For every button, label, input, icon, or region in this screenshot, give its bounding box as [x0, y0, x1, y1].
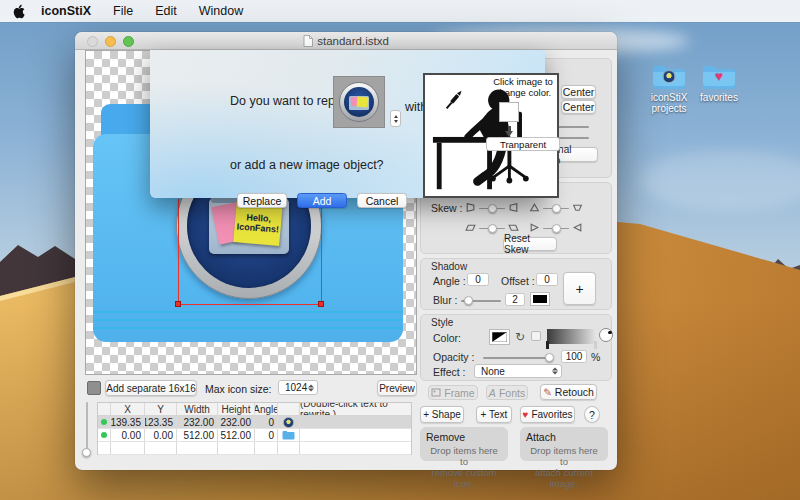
menu-item-window[interactable]: Window	[188, 4, 254, 18]
replace-dialog-sheet: Do you want to replace with	[150, 50, 545, 198]
col-x[interactable]: X	[111, 403, 145, 415]
col-angle[interactable]: Angle	[255, 403, 278, 415]
opacity-field[interactable]: 100	[561, 350, 587, 363]
col-width[interactable]: Width	[177, 403, 218, 415]
selection-handle-bl[interactable]	[175, 301, 181, 307]
shadow-blur-field[interactable]: 2	[505, 293, 525, 306]
style-box: Style Color: ↻ Opacity : 100 % Effect :	[420, 314, 612, 381]
skew-parallelogram-right-icon	[508, 222, 519, 233]
skew-h-slider[interactable]	[479, 208, 505, 210]
effect-dropdown[interactable]: None	[474, 364, 562, 378]
replace-color-swatch[interactable]	[499, 102, 519, 122]
center-x-button[interactable]: Center	[561, 85, 596, 99]
desktop-label: favorites	[700, 92, 738, 103]
iconstix-badge-icon	[663, 70, 676, 83]
menu-item-edit[interactable]: Edit	[144, 4, 188, 18]
effect-value: None	[481, 366, 505, 377]
skew-label: Skew :	[431, 202, 463, 214]
center-y-button[interactable]: Center	[561, 100, 596, 114]
retouch-button[interactable]: ✎ Retouch	[540, 384, 597, 400]
current-icon-well[interactable]	[333, 76, 385, 128]
gradient-bar[interactable]	[547, 329, 597, 344]
col-height[interactable]: Height	[218, 403, 255, 415]
dialog-question-2: or add a new image object?	[230, 158, 384, 172]
attach-dropzone[interactable]: Attach Drop items here toattach current …	[520, 427, 608, 461]
fonts-button[interactable]: A Fonts	[486, 385, 528, 400]
folder-thumbnail-icon	[282, 430, 295, 440]
menu-item-app[interactable]: iconStiX	[27, 4, 102, 18]
fonts-icon: A	[489, 387, 496, 399]
add-separate-button[interactable]: Add separate 16x16	[105, 380, 197, 396]
table-row-empty[interactable]	[98, 442, 411, 455]
add-text-button[interactable]: + Text	[476, 406, 512, 423]
menu-bar: iconStiX File Edit Window	[0, 0, 800, 22]
color-hint-text: Click image tochange color.	[484, 76, 562, 98]
app-window: standard.istxd Hello, IconFans!	[75, 32, 617, 470]
skew-triangle-left-icon	[572, 222, 583, 233]
folder-rib	[93, 311, 403, 313]
reset-skew-button[interactable]: Reset Skew	[503, 237, 557, 251]
close-button[interactable]	[87, 36, 98, 47]
gradient-checkbox[interactable]	[531, 331, 541, 341]
canvas-bg-swatch[interactable]	[87, 381, 101, 395]
skew-v2-slider[interactable]	[543, 228, 569, 230]
shadow-angle-field[interactable]: 0	[467, 273, 489, 286]
skew-parallelogram-left-icon	[465, 222, 476, 233]
col-y[interactable]: Y	[145, 403, 177, 415]
shadow-color-well[interactable]	[530, 292, 550, 306]
selection-bottom-edge[interactable]	[178, 304, 322, 305]
heart-icon: ♥	[715, 68, 723, 84]
minimize-button[interactable]	[105, 36, 116, 47]
menu-item-file[interactable]: File	[102, 4, 144, 18]
max-icon-size-dropdown[interactable]: 1024	[278, 380, 318, 395]
add-button[interactable]: Add	[297, 193, 347, 208]
table-row[interactable]: 0.00 0.00 512.00 512.00 0	[98, 429, 411, 442]
add-shape-button[interactable]: + Shape	[420, 406, 464, 423]
remove-dropzone[interactable]: Remove Drop items here toremove custom i…	[420, 427, 508, 461]
favorites-button[interactable]: ♥ Favorites	[520, 406, 575, 423]
transparent-button[interactable]: Tranparent	[486, 137, 560, 151]
preview-button[interactable]: Preview	[377, 380, 417, 396]
skew-h2-slider[interactable]	[479, 228, 505, 230]
disc-preview-icon	[339, 82, 379, 122]
desktop-folder-favorites[interactable]: ♥ favorites	[686, 62, 752, 103]
document-icon	[303, 35, 313, 47]
shadow-offset-field[interactable]: 0	[536, 273, 558, 286]
gradient-stop-right[interactable]	[594, 341, 597, 349]
rotate-reset-icon[interactable]: ↻	[515, 330, 525, 344]
shadow-blur-slider[interactable]	[461, 300, 501, 302]
icon-stepper[interactable]	[390, 110, 401, 127]
skew-keystone-left-icon	[465, 202, 476, 213]
shadow-angle-label: Angle :	[433, 275, 466, 287]
apple-menu-icon[interactable]	[12, 4, 27, 19]
selection-handle-br[interactable]	[318, 301, 324, 307]
selection-left-edge[interactable]	[178, 199, 179, 304]
shadow-blur-label: Blur :	[433, 294, 458, 306]
table-row[interactable]: 139.35 123.35 232.00 232.00 0	[98, 416, 411, 429]
attach-title: Attach	[526, 431, 602, 443]
selection-right-edge[interactable]	[321, 199, 322, 304]
percent-label: %	[591, 351, 600, 363]
objects-table: X Y Width Height Angle (Double-click tex…	[97, 402, 412, 455]
opacity-slider[interactable]	[483, 357, 553, 359]
help-button[interactable]: ?	[584, 406, 600, 423]
dropdown-arrows-icon	[552, 368, 558, 375]
shadow-title: Shadow	[431, 261, 467, 272]
remove-title: Remove	[426, 431, 502, 443]
gradient-angle-dial[interactable]	[599, 328, 613, 342]
zoom-button[interactable]	[123, 36, 134, 47]
frame-icon	[431, 388, 441, 397]
shadow-offset-label: Offset :	[501, 275, 535, 287]
title-bar[interactable]: standard.istxd	[75, 32, 617, 50]
dropdown-arrows-icon	[308, 384, 314, 391]
skew-v-slider[interactable]	[543, 208, 569, 210]
folder-icon	[652, 62, 686, 90]
cancel-button[interactable]: Cancel	[357, 193, 407, 208]
shadow-add-button[interactable]: +	[563, 272, 596, 305]
replace-button[interactable]: Replace	[237, 193, 287, 208]
table-zoom-slider[interactable]	[82, 402, 91, 458]
style-color-well[interactable]	[489, 329, 510, 345]
heart-icon: ♥	[522, 409, 528, 420]
frame-button[interactable]: Frame	[428, 385, 478, 400]
gradient-stop-left[interactable]	[546, 341, 549, 349]
